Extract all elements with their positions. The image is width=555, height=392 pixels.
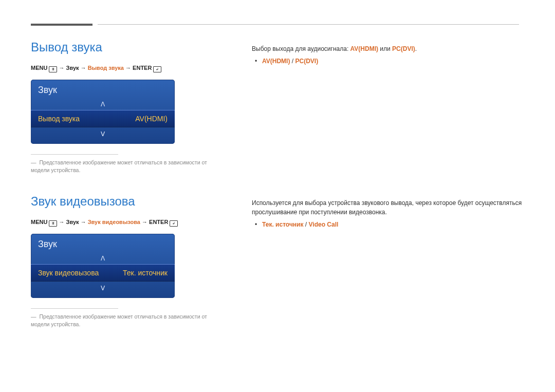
enter-label: ENTER — [149, 219, 168, 225]
options-bullet: Тек. источник / Video Call — [262, 220, 524, 230]
osd-item-value: Тек. источник — [123, 269, 168, 277]
enter-icon: ↲ — [153, 66, 161, 72]
nav-seg-1: Звук — [66, 219, 79, 225]
bullet-opt-a: AV(HDMI) — [262, 58, 290, 65]
description: Выбор выхода для аудиосигнала: AV(HDMI) … — [252, 44, 524, 53]
nav-seg-1: Звук — [66, 65, 79, 71]
osd-card-video-call: Звук ᐱ Звук видеовызова Тек. источник ᐯ — [31, 234, 175, 298]
section-title: Звук видеовызова — [31, 194, 236, 209]
section-video-call-sound: Звук видеовызова MENU Ⅲ → Звук → Звук ви… — [31, 194, 524, 328]
osd-item-row[interactable]: Звук видеовызова Тек. источник — [31, 264, 175, 282]
nav-seg-2: Звук видеовызова — [88, 219, 140, 225]
bullet-opt-b: Video Call — [309, 221, 339, 228]
option-pcdvi: PC(DVI) — [392, 45, 415, 52]
menu-icon: Ⅲ — [49, 66, 57, 72]
menu-icon: Ⅲ — [49, 220, 57, 227]
divider — [31, 308, 118, 309]
options-bullet: AV(HDMI) / PC(DVI) — [262, 57, 524, 66]
osd-item-value: AV(HDMI) — [135, 115, 168, 123]
menu-label: MENU — [31, 219, 47, 225]
divider — [31, 154, 118, 155]
menu-label: MENU — [31, 65, 47, 71]
option-avhdmi: AV(HDMI) — [350, 45, 378, 52]
bullet-opt-b: PC(DVI) — [295, 58, 318, 65]
section-title: Вывод звука — [31, 40, 236, 54]
chevron-up-icon[interactable]: ᐱ — [31, 253, 175, 264]
osd-item-label: Вывод звука — [38, 115, 80, 123]
chevron-up-icon[interactable]: ᐱ — [31, 99, 175, 110]
nav-seg-2: Вывод звука — [88, 65, 124, 71]
osd-card-sound-output: Звук ᐱ Вывод звука AV(HDMI) ᐯ — [31, 80, 175, 144]
chevron-down-icon[interactable]: ᐯ — [31, 127, 175, 144]
nav-path: MENU Ⅲ → Звук → Вывод звука → ENTER ↲ — [31, 65, 236, 72]
osd-item-label: Звук видеовызова — [38, 269, 99, 277]
osd-header: Звук — [31, 80, 175, 99]
chevron-down-icon[interactable]: ᐯ — [31, 282, 175, 298]
osd-item-row[interactable]: Вывод звука AV(HDMI) — [31, 110, 175, 127]
header-rule — [31, 21, 524, 28]
footnote: ―Представленное изображение может отлича… — [31, 313, 226, 328]
enter-label: ENTER — [133, 65, 152, 71]
enter-icon: ↲ — [170, 220, 178, 227]
osd-header: Звук — [31, 234, 175, 253]
nav-path: MENU Ⅲ → Звук → Звук видеовызова → ENTER… — [31, 219, 236, 227]
bullet-opt-a: Тек. источник — [262, 221, 303, 228]
description: Используется для выбора устройства звуко… — [252, 198, 524, 217]
footnote: ―Представленное изображение может отлича… — [31, 159, 226, 174]
section-sound-output: Вывод звука MENU Ⅲ → Звук → Вывод звука … — [31, 40, 524, 174]
